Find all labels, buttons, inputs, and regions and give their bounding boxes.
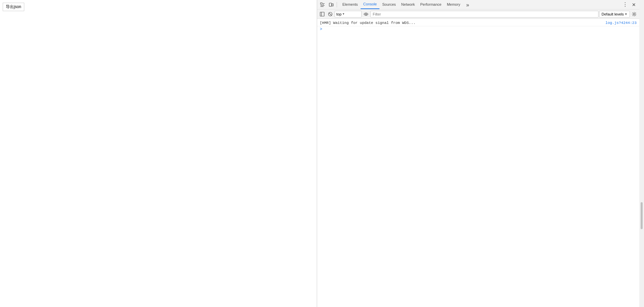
svg-line-11 bbox=[329, 13, 332, 16]
console-filter-input[interactable] bbox=[370, 11, 599, 18]
tab-network[interactable]: Network bbox=[399, 0, 418, 9]
console-log-link[interactable]: log.js?4244:23 bbox=[606, 21, 637, 25]
svg-point-13 bbox=[634, 13, 635, 15]
log-levels-arrow-icon: ▼ bbox=[624, 12, 627, 16]
tab-console[interactable]: Console bbox=[361, 0, 379, 9]
device-toolbar-icon[interactable] bbox=[327, 1, 335, 9]
console-output: [HMR] Waiting for update signal from WDS… bbox=[317, 19, 639, 307]
more-options-icon[interactable]: ⋮ bbox=[621, 1, 629, 8]
svg-point-7 bbox=[330, 6, 331, 6]
more-tabs-icon[interactable]: » bbox=[464, 1, 472, 9]
context-selector-arrow-icon: ▼ bbox=[342, 12, 345, 16]
context-selector-value: top bbox=[336, 12, 341, 16]
clear-console-icon[interactable] bbox=[327, 10, 334, 18]
eye-icon[interactable] bbox=[362, 10, 370, 18]
log-levels-button[interactable]: Default levels ▼ bbox=[599, 11, 630, 18]
scrollbar-thumb[interactable] bbox=[641, 202, 643, 229]
page-scrollbar[interactable] bbox=[639, 0, 644, 307]
console-prompt-line: > bbox=[317, 26, 639, 32]
tab-performance[interactable]: Performance bbox=[418, 0, 444, 9]
export-json-button[interactable]: 导出json bbox=[3, 3, 24, 11]
log-levels-label: Default levels bbox=[602, 12, 624, 16]
svg-rect-0 bbox=[320, 3, 322, 4]
svg-rect-6 bbox=[332, 4, 333, 6]
svg-point-12 bbox=[365, 13, 367, 15]
inspect-element-icon[interactable] bbox=[318, 1, 327, 9]
prompt-chevron-icon: > bbox=[320, 27, 322, 32]
console-log-entry: [HMR] Waiting for update signal from WDS… bbox=[317, 20, 639, 26]
devtools-toolbar-right: ⋮ ✕ bbox=[621, 1, 638, 9]
tab-elements[interactable]: Elements bbox=[340, 0, 361, 9]
main-page: 导出json bbox=[0, 0, 317, 307]
devtools-top-toolbar: Elements Console Sources Network Perform… bbox=[317, 0, 639, 9]
tab-memory[interactable]: Memory bbox=[444, 0, 463, 9]
console-log-message: [HMR] Waiting for update signal from WDS… bbox=[320, 21, 603, 25]
console-settings-icon[interactable] bbox=[631, 10, 638, 18]
devtools-panel: Elements Console Sources Network Perform… bbox=[317, 0, 639, 307]
console-toolbar: top ▼ Default levels ▼ bbox=[317, 9, 639, 19]
svg-rect-8 bbox=[320, 12, 324, 16]
devtools-tabs: Elements Console Sources Network Perform… bbox=[338, 0, 620, 9]
console-sidebar-icon[interactable] bbox=[318, 10, 326, 18]
toolbar-separator bbox=[337, 2, 337, 7]
tab-sources[interactable]: Sources bbox=[379, 0, 398, 9]
close-devtools-icon[interactable]: ✕ bbox=[630, 1, 638, 9]
context-selector[interactable]: top ▼ bbox=[335, 11, 362, 18]
